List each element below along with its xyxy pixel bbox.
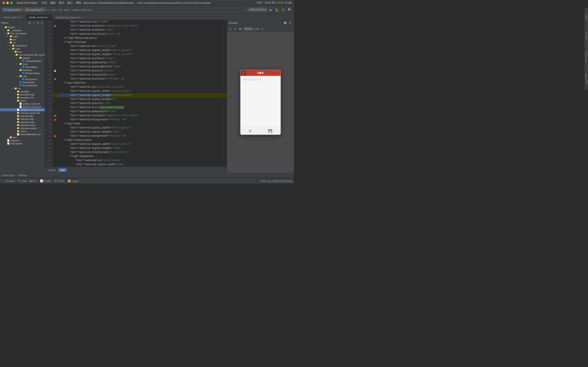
tree-item[interactable]: ▾ 📁 androidTest xyxy=(0,44,45,47)
phone-save-icon[interactable]: 💾 xyxy=(268,129,272,133)
tree-item[interactable]: 📁 mipmap-xhdpi xyxy=(0,120,45,124)
code-line[interactable]: 28 "attr">android:textStyle="bold" /> xyxy=(45,32,227,36)
tree-item[interactable]: 🔵 RecordActivity xyxy=(0,84,45,87)
tree-item[interactable]: ▾ 📁 database xyxy=(0,68,45,72)
tree-item[interactable]: 📁 values xyxy=(0,130,45,133)
tree-item[interactable]: 📄 activity_record.xml xyxy=(0,105,45,108)
tree-item[interactable]: ▾ 📁 main xyxy=(0,47,45,50)
path-res[interactable]: res xyxy=(59,8,62,11)
line-content[interactable]: "attr">android:layout_height="55dp" xyxy=(57,146,224,150)
tab-text[interactable]: Text xyxy=(58,168,67,172)
code-line[interactable]: 30 <"tag">TextView xyxy=(45,40,227,44)
menu-help[interactable]: 帮助 xyxy=(76,1,81,5)
module-button[interactable]: c06_mynotepad ▾ xyxy=(24,8,45,12)
tree-item[interactable]: 📁 mipmap-hdpi xyxy=(0,114,45,117)
code-line[interactable]: 54 <"tag">LinearLayout xyxy=(45,138,227,142)
line-content[interactable]: "attr">android:textSize="15sp" xyxy=(57,28,224,32)
tree-item[interactable]: 📄 AndroidManifest.xml xyxy=(0,133,45,136)
tree-item[interactable]: ▾ 📁 com.yexiaomo.c06_mynotepa xyxy=(0,53,45,56)
line-content[interactable]: "attr">android:layout_height="match_pare… xyxy=(57,93,224,98)
tree-item[interactable]: 📄 activity_main.xml xyxy=(0,102,45,105)
code-line[interactable]: 42 "attr">android:layout_width="match_pa… xyxy=(45,89,227,93)
code-line[interactable]: 39 "attr">android:textColor="#fb7a6a" /> xyxy=(45,77,227,81)
code-line[interactable]: 47 "attr">android:paddingLeft="5dp" xyxy=(45,110,227,114)
tree-item[interactable]: ▾ 📁 adapter xyxy=(0,56,45,59)
tab-close-record[interactable]: ✕ xyxy=(49,16,50,18)
tree-item[interactable]: ▾ 📁 Project xyxy=(0,26,45,29)
line-content[interactable]: "attr">android:text="记事本" xyxy=(57,20,224,24)
sidebar-collapse-btn[interactable]: — xyxy=(32,21,35,25)
line-content[interactable]: "attr">android:textSize="15sp" xyxy=(57,57,224,61)
tree-item[interactable]: 📁 mipmap-xxhdpi xyxy=(0,124,45,127)
tree-item[interactable]: ▾ 📁 java xyxy=(0,50,45,53)
line-content[interactable]: <"tag">TextView xyxy=(57,40,224,44)
code-line[interactable]: 50 <"tag">View xyxy=(45,122,227,126)
tab-activity-main[interactable]: activity_main.xml ✕ xyxy=(1,15,26,20)
line-content[interactable]: "attr">android:layout_width="0dp" xyxy=(57,163,224,167)
line-content[interactable]: <"tag">ImageView xyxy=(57,155,224,159)
path-src[interactable]: src xyxy=(46,8,49,11)
tree-item[interactable]: 📄 notepad_item_layout.xml xyxy=(0,108,45,111)
build-button[interactable]: 🔨 Build xyxy=(17,179,26,183)
tab-close-main[interactable]: ✕ xyxy=(22,16,24,18)
preview-grid-btn[interactable]: ⊞ xyxy=(233,27,237,31)
maximize-button[interactable] xyxy=(10,2,13,4)
line-content[interactable]: <"tag">View xyxy=(57,122,224,126)
code-line[interactable]: 32 "attr">android:layout_width="match_pa… xyxy=(45,49,227,53)
project-button[interactable]: 🔷 MyExample ▾ xyxy=(2,8,23,12)
profiler-button[interactable]: 📊 Profiler xyxy=(40,179,51,183)
line-content[interactable]: "attr">android:layout_width="match_paren… xyxy=(57,49,224,53)
code-line[interactable]: 58 <"tag">ImageView xyxy=(45,155,227,159)
breakpoint-marker[interactable] xyxy=(54,119,56,121)
code-line[interactable]: 35 "attr">android:paddingTop="10dp" xyxy=(45,61,227,65)
tree-item[interactable]: 📁 drawable-hdpi xyxy=(0,93,45,96)
tree-item[interactable]: ▾ 📁 build xyxy=(0,35,45,38)
code-line[interactable]: 40 <"tag">EditText xyxy=(45,81,227,85)
line-content[interactable]: "attr">android:textColor="#fb7a6a" /> xyxy=(57,77,224,81)
tree-item[interactable]: 📁 drawable xyxy=(0,90,45,93)
tree-item[interactable]: 📁 mipmap-anydpi-v26 xyxy=(0,111,45,114)
device-selector[interactable]: Pixel 2 API 21 ▾ xyxy=(248,8,268,12)
run-button[interactable]: ▶ xyxy=(269,7,273,12)
line-content[interactable]: "attr">android:layout_width="match_paren… xyxy=(57,126,224,130)
terminal-button[interactable]: ⬛ Terminal xyxy=(2,179,14,183)
tree-item[interactable]: 📁 test xyxy=(0,136,45,139)
path-layout[interactable]: layout xyxy=(64,8,70,11)
line-content[interactable]: "attr">android:layout_width="match_paren… xyxy=(57,142,224,146)
tree-item[interactable]: 🔵 RecordBean xyxy=(0,66,45,68)
code-line[interactable]: 51 "attr">android:layout_width="match_pa… xyxy=(45,126,227,130)
code-line[interactable]: 29 </"tag">RelativeLayout> xyxy=(45,36,227,40)
tree-item[interactable]: 📄 build.gradle xyxy=(0,142,45,145)
code-line[interactable]: 59 "attr">android:id="@+id/delete" xyxy=(45,159,227,163)
tab-design[interactable]: Design xyxy=(47,168,58,172)
preview-palette-btn[interactable]: 🎨 xyxy=(283,21,287,25)
tree-item[interactable]: 📁 mipmap-mdpi xyxy=(0,117,45,120)
menu-window[interactable]: 窗口 xyxy=(67,1,73,5)
code-line[interactable]: 60 "attr">android:layout_width="0dp" xyxy=(45,163,227,167)
menu-edit[interactable]: 编辑 xyxy=(50,1,56,5)
code-line[interactable]: 37 "attr">android:gravity="center" xyxy=(45,69,227,73)
menu-file[interactable]: 文件 xyxy=(42,1,47,5)
flutter-perf-label[interactable]: Flutter Performance xyxy=(273,180,292,182)
line-content[interactable]: "attr">android:layout_weight="1" xyxy=(57,98,224,101)
tree-item[interactable]: ▾ 📁 src xyxy=(0,41,45,44)
line-content[interactable]: "attr">android:paddingTop="10dp" xyxy=(57,61,224,65)
line-content[interactable]: "attr">android:background="#fefefe" /> xyxy=(57,118,224,122)
code-line[interactable]: 33 "attr">android:layout_height="wrap_co… xyxy=(45,53,227,57)
tree-item[interactable]: 🔵 MyOpenHelper xyxy=(0,72,45,75)
code-line[interactable]: 57 "attr">android:orientation="horizonta… xyxy=(45,150,227,155)
close-button[interactable] xyxy=(2,2,5,4)
breakpoint-marker[interactable] xyxy=(54,78,56,80)
search-button[interactable]: 🔍 xyxy=(287,7,292,12)
preview-device-btn[interactable]: Pixel ▾ xyxy=(243,27,254,31)
logcat-button[interactable]: 🐱 Logcat xyxy=(68,179,78,183)
tree-item[interactable]: 📁 mipmap-xxxhdpi xyxy=(0,127,45,130)
tree-item[interactable]: 📁 drawable-v24 xyxy=(0,96,45,99)
line-content[interactable]: "attr">android:gravity="top" xyxy=(57,101,224,106)
breakpoint-marker[interactable] xyxy=(54,135,56,137)
preview-arrows-btn[interactable]: ⇅ xyxy=(260,27,264,31)
tree-item[interactable]: ▾ 📁 utils xyxy=(0,75,45,78)
code-line[interactable]: 41 "attr">android:id="@+id/note_content" xyxy=(45,85,227,89)
line-content[interactable]: "attr">android:id="@+id/note_content" xyxy=(57,85,224,89)
line-content[interactable]: "attr">android:textStyle="bold" /> xyxy=(57,32,224,36)
